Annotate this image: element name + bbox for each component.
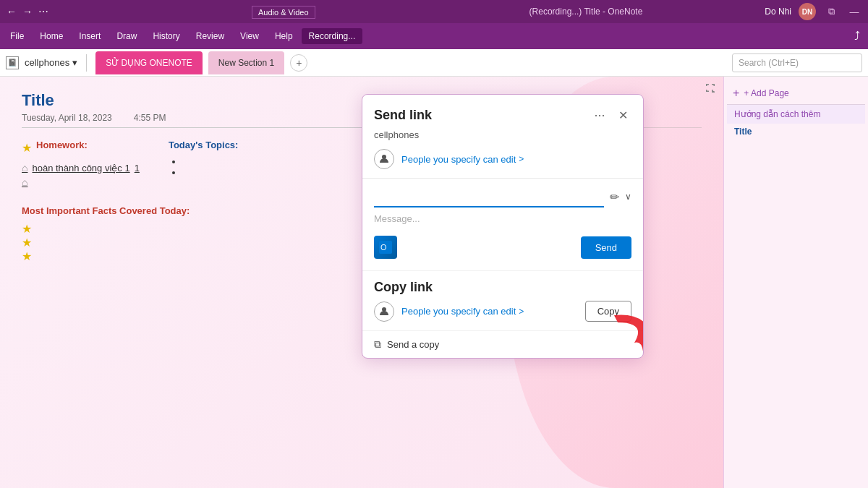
email-row: ✏ ∨: [362, 186, 643, 213]
email-input[interactable]: [374, 186, 604, 207]
message-input[interactable]: Message...: [362, 213, 643, 236]
copy-permission-arrow-icon: >: [519, 307, 524, 317]
copy-permission-link[interactable]: People you specify can edit >: [401, 306, 524, 317]
dialog-overlay: Send link ··· ✕ cellphones People you sp…: [0, 0, 868, 488]
permission-arrow: >: [519, 154, 524, 164]
copy-permission-label: People you specify can edit: [401, 306, 516, 317]
dialog-divider-1: [362, 178, 643, 179]
dropdown-arrow-icon[interactable]: ∨: [625, 192, 631, 202]
permission-link[interactable]: People you specify can edit >: [401, 154, 524, 165]
permission-label: People you specify can edit: [401, 154, 516, 165]
dialog-subtitle: cellphones: [362, 129, 643, 146]
dialog-close-button[interactable]: ✕: [614, 106, 631, 124]
send-copy-icon: ⧉: [374, 338, 381, 351]
copy-people-icon: [374, 301, 394, 322]
dialog-title: Send link: [374, 108, 432, 123]
copy-link-title: Copy link: [374, 280, 631, 295]
edit-icon[interactable]: ✏: [610, 190, 619, 204]
send-link-permission-row: People you specify can edit >: [362, 146, 643, 178]
copy-permission-row: People you specify can edit >: [374, 301, 524, 322]
send-copy-row[interactable]: ⧉ Send a copy: [362, 330, 643, 358]
share-dialog: Send link ··· ✕ cellphones People you sp…: [362, 94, 644, 359]
outlook-row: O Send: [362, 236, 643, 270]
svg-text:O: O: [380, 243, 387, 252]
send-button[interactable]: Send: [581, 236, 631, 259]
copy-link-section: Copy link People you specify can edit >: [362, 270, 643, 330]
copy-link-row: People you specify can edit > Copy: [374, 301, 631, 322]
outlook-icon: O: [374, 236, 397, 259]
dialog-more-button[interactable]: ···: [591, 106, 608, 124]
copy-button[interactable]: Copy: [585, 301, 631, 322]
send-copy-text: Send a copy: [387, 339, 439, 350]
dialog-header: Send link ··· ✕: [362, 95, 643, 129]
people-icon: [374, 149, 394, 169]
